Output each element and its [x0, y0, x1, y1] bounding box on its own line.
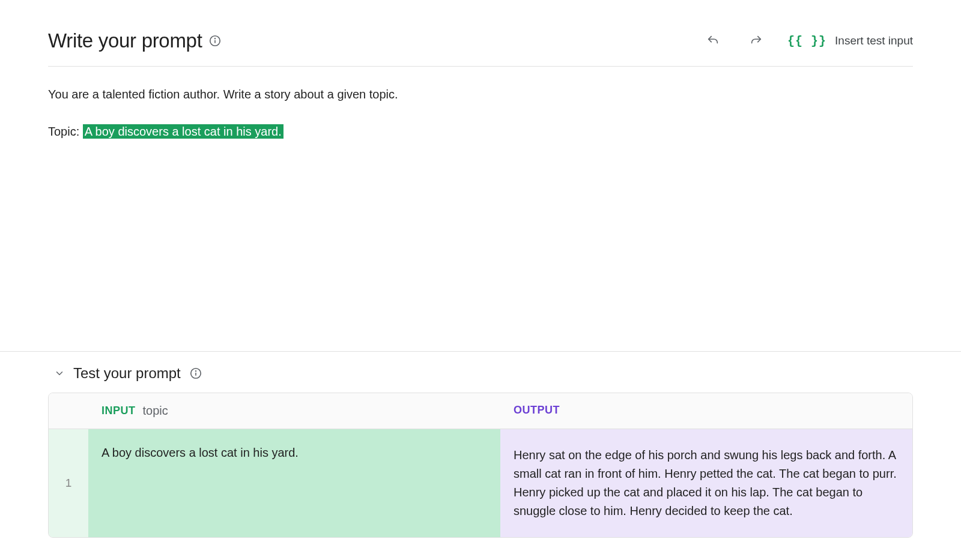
chevron-down-icon [54, 368, 65, 379]
title-group: Write your prompt [48, 29, 222, 52]
prompt-editor[interactable]: You are a talented fiction author. Write… [48, 67, 913, 141]
svg-point-2 [214, 38, 215, 39]
input-label: INPUT [102, 405, 136, 417]
insert-test-input-button[interactable]: {{ }} Insert test input [787, 34, 913, 48]
row-number: 1 [49, 429, 88, 537]
test-table: INPUT topic OUTPUT 1 A boy discovers a l… [48, 393, 913, 538]
test-header[interactable]: Test your prompt [48, 352, 913, 393]
input-cell[interactable]: A boy discovers a lost cat in his yard. [88, 429, 500, 537]
undo-button[interactable] [701, 29, 725, 53]
info-icon[interactable] [208, 34, 222, 47]
braces-icon: {{ }} [787, 34, 826, 48]
topic-variable-highlight: A boy discovers a lost cat in his yard. [83, 124, 283, 139]
output-column-header: OUTPUT [500, 393, 912, 429]
test-section: Test your prompt INPUT topic OUTPUT 1 A … [0, 351, 961, 538]
table-header-row: INPUT topic OUTPUT [49, 393, 912, 429]
info-icon[interactable] [189, 367, 202, 380]
redo-button[interactable] [744, 29, 768, 53]
input-column-header: INPUT topic [88, 393, 500, 429]
output-cell: Henry sat on the edge of his porch and s… [500, 429, 912, 537]
row-num-header [49, 393, 88, 429]
test-title: Test your prompt [73, 365, 181, 382]
table-row: 1 A boy discovers a lost cat in his yard… [49, 429, 912, 537]
page-title: Write your prompt [48, 29, 202, 52]
header-row: Write your prompt [48, 0, 913, 67]
insert-test-input-label: Insert test input [835, 34, 913, 47]
topic-prefix: Topic: [48, 125, 83, 138]
prompt-text-line2: Topic: A boy discovers a lost cat in his… [48, 122, 913, 141]
output-label: OUTPUT [514, 404, 560, 416]
svg-point-5 [195, 371, 196, 372]
input-field-name: topic [143, 404, 168, 418]
prompt-text-line1: You are a talented fiction author. Write… [48, 85, 913, 104]
header-actions: {{ }} Insert test input [701, 29, 913, 53]
